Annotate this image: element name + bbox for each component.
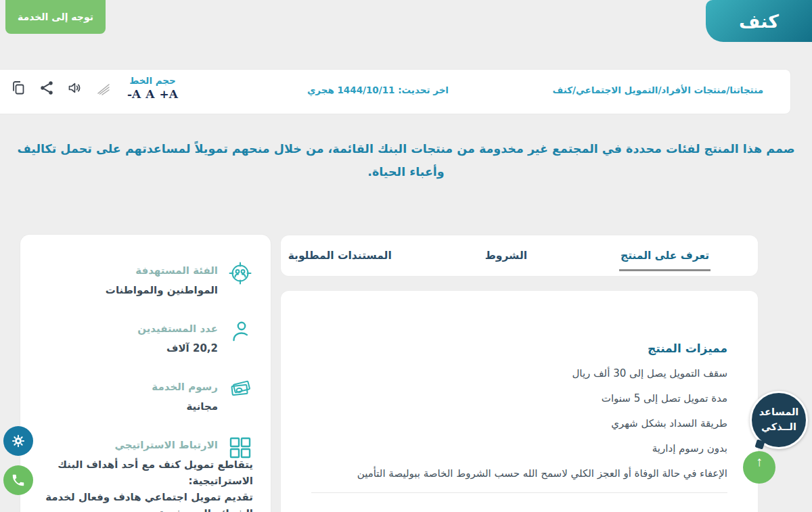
contact-phone-button[interactable]	[3, 465, 33, 495]
share-icon[interactable]	[39, 80, 55, 96]
font-size-controls: -A A +A	[120, 87, 185, 101]
info-text: الفئة المستهدفة المواطنين والمواطنات	[34, 260, 218, 298]
info-label: الفئة المستهدفة	[34, 260, 218, 277]
toolbar: منتجاتنا/منتجات الأفراد/التمويل الاجتماع…	[0, 70, 790, 114]
info-item-strategic-link: الارتباط الاستراتيجي يتقاطع تمويل كنف مع…	[34, 435, 253, 512]
tab-about-product[interactable]: تعرف على المنتج	[621, 235, 709, 276]
smart-assistant-label-line2: الــذكي	[761, 420, 796, 435]
feature-item: سقف التمويل يصل إلى 30 ألف ريال	[311, 367, 727, 379]
product-badge-label: كنف	[739, 11, 779, 32]
phone-icon	[11, 473, 26, 488]
product-badge: كنف	[706, 0, 812, 42]
product-description: صمم هذا المنتج لفئات محددة في المجتمع غي…	[10, 137, 802, 183]
section-divider	[311, 492, 727, 493]
feature-item: الإعفاء في حالة الوفاة أو العجز الكلي لا…	[311, 467, 727, 480]
tab-content-panel: مميزات المنتج سقف التمويل يصل إلى 30 ألف…	[281, 291, 758, 512]
info-value: 20,2 آلاف	[34, 340, 218, 356]
copy-icon[interactable]	[10, 80, 26, 96]
toolbar-icons	[10, 80, 112, 96]
smart-assistant-label-line1: المساعد	[759, 405, 799, 420]
features-heading: مميزات المنتج	[311, 342, 727, 355]
gear-icon	[11, 434, 26, 448]
scroll-to-top-button[interactable]: ↑	[743, 451, 775, 484]
info-item-target-audience: الفئة المستهدفة المواطنين والمواطنات	[34, 260, 253, 298]
tab-conditions[interactable]: الشروط	[485, 235, 527, 276]
last-updated-text: اخر تحديث: 1444/10/11 هجري	[307, 85, 449, 95]
go-to-service-button[interactable]: توجه إلى الخدمة	[5, 0, 106, 34]
info-value: مجانية	[34, 398, 218, 415]
person-icon	[227, 319, 253, 344]
font-default-button[interactable]: A	[145, 87, 154, 101]
breadcrumb[interactable]: منتجاتنا/منتجات الأفراد/التمويل الاجتماع…	[553, 85, 763, 95]
smart-assistant-button[interactable]: المساعد الــذكي	[750, 391, 808, 449]
speaker-icon[interactable]	[67, 80, 83, 96]
font-decrease-button[interactable]: -A	[127, 87, 141, 101]
info-text: عدد المستفيدين 20,2 آلاف	[34, 319, 218, 356]
info-item-service-fees: رسوم الخدمة مجانية	[34, 377, 253, 415]
product-info-card: الفئة المستهدفة المواطنين والمواطنات عدد…	[20, 235, 271, 512]
info-text: رسوم الخدمة مجانية	[34, 377, 218, 415]
target-audience-icon	[227, 260, 253, 286]
tab-required-documents[interactable]: المستندات المطلوبة	[288, 235, 392, 276]
info-label: رسوم الخدمة	[34, 377, 218, 393]
info-item-beneficiaries: عدد المستفيدين 20,2 آلاف	[34, 319, 253, 356]
info-text: الارتباط الاستراتيجي يتقاطع تمويل كنف مع…	[34, 435, 218, 512]
info-label: عدد المستفيدين	[34, 319, 218, 335]
info-label: الارتباط الاستراتيجي	[34, 435, 218, 451]
up-arrow-icon: ↑	[756, 454, 763, 469]
font-increase-button[interactable]: +A	[160, 87, 178, 101]
font-size-label: حجم الخط	[120, 75, 185, 86]
banknotes-icon	[227, 377, 253, 402]
product-tabs: تعرف على المنتج الشروط المستندات المطلوب…	[281, 235, 758, 276]
info-value: المواطنين والمواطنات	[34, 282, 218, 298]
feature-item: طريقة السداد بشكل شهري	[311, 417, 727, 429]
signature-icon[interactable]	[95, 80, 112, 96]
info-value: يتقاطع تمويل كنف مع أحد أهداف البنك الاس…	[34, 457, 253, 512]
feature-item: بدون رسوم إدارية	[311, 442, 727, 455]
accessibility-settings-button[interactable]	[3, 426, 33, 456]
font-size-widget: حجم الخط -A A +A	[120, 75, 185, 101]
page: توجه إلى الخدمة كنف منتجاتنا/منتجات الأف…	[0, 0, 812, 512]
feature-item: مدة تمويل تصل إلى 5 سنوات	[311, 392, 727, 404]
